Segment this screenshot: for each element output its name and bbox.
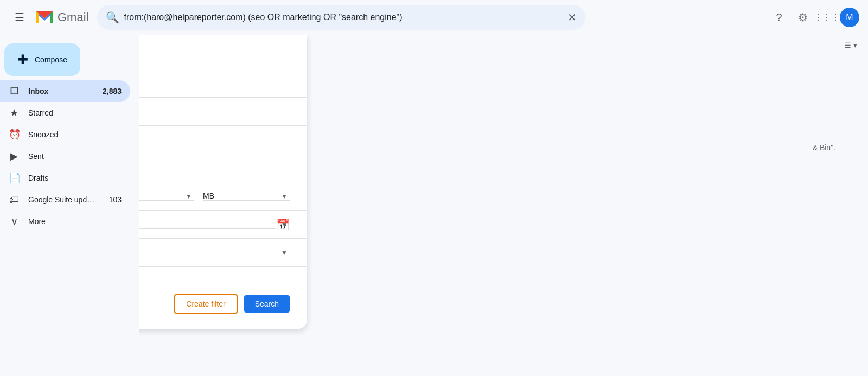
google-suite-label: Google Suite upd…: [28, 195, 100, 204]
search-button[interactable]: Search: [244, 295, 290, 313]
sidebar-item-more[interactable]: ∨ More: [0, 211, 130, 232]
google-suite-count: 103: [109, 195, 122, 204]
compose-plus-icon: ✚: [17, 52, 28, 67]
filter-row-doesnt-have: Doesn't have: [139, 154, 307, 182]
search-scope-select[interactable]: All Mail Inbox Starred Sent Drafts Spam …: [139, 248, 290, 257]
sidebar-item-sent[interactable]: ▶ Sent: [0, 145, 130, 167]
topbar-right: ? ⚙ ⋮⋮⋮ M: [768, 7, 859, 28]
avatar[interactable]: M: [840, 8, 859, 27]
drafts-label: Drafts: [28, 174, 122, 182]
date-select[interactable]: 1 day 3 days 1 week 2 weeks 1 month 2 mo…: [139, 220, 276, 229]
size-unit-select[interactable]: MB KB Bytes: [203, 192, 290, 201]
to-input[interactable]: [139, 79, 290, 88]
filter-row-subject: Subject: [139, 98, 307, 126]
sidebar-item-starred[interactable]: ★ Starred: [0, 102, 130, 124]
filter-row-checkboxes: Has attachment Don't include chats: [139, 267, 307, 290]
sidebar-item-inbox[interactable]: ☐ Inbox 2,883: [0, 80, 130, 102]
snoozed-label: Snoozed: [28, 130, 122, 139]
apps-button[interactable]: ⋮⋮⋮: [816, 7, 838, 28]
gmail-logo: [35, 8, 54, 27]
inbox-label: Inbox: [28, 87, 94, 95]
calendar-icon[interactable]: 📅: [276, 218, 290, 231]
sort-chevron-icon: ▾: [853, 41, 857, 49]
from-input[interactable]: [139, 51, 290, 60]
subject-input[interactable]: [139, 107, 290, 116]
sidebar-item-snoozed[interactable]: ⏰ Snoozed: [0, 124, 130, 145]
menu-icon[interactable]: ☰: [9, 7, 30, 28]
settings-button[interactable]: ⚙: [792, 7, 814, 28]
filter-row-to: To: [139, 69, 307, 98]
size-unit-wrapper: MB KB Bytes ▼: [203, 192, 290, 201]
snoozed-icon: ⏰: [9, 129, 20, 141]
logo: Gmail: [35, 8, 88, 27]
sort-icon: ☰: [845, 41, 851, 49]
includes-input[interactable]: [139, 136, 290, 144]
inbox-icon: ☐: [9, 85, 20, 97]
size-comparison-select[interactable]: greater than less than: [139, 192, 194, 201]
search-filter-dropdown: From To Subject Includes the words Doesn…: [139, 35, 307, 329]
date-select-wrapper: 1 day 3 days 1 week 2 weeks 1 month 2 mo…: [139, 218, 290, 231]
filter-row-includes: Includes the words: [139, 126, 307, 154]
compose-button[interactable]: ✚ Compose: [4, 43, 80, 76]
sort-label[interactable]: ☰ ▾: [845, 41, 857, 49]
compose-label: Compose: [35, 55, 67, 64]
more-label: More: [28, 217, 122, 226]
search-clear-icon[interactable]: ✕: [567, 11, 577, 24]
filter-row-from: From: [139, 41, 307, 69]
content-area: From To Subject Includes the words Doesn…: [139, 35, 868, 376]
filter-row-date: Date within 1 day 3 days 1 week 2 weeks …: [139, 211, 307, 239]
app-name: Gmail: [58, 10, 88, 24]
create-filter-button[interactable]: Create filter: [174, 294, 237, 314]
size-comparison-wrapper: greater than less than ▼: [139, 192, 194, 201]
sidebar-item-google-suite[interactable]: 🏷 Google Suite upd… 103: [0, 189, 130, 211]
inbox-count: 2,883: [103, 87, 122, 95]
main-layout: ✚ Compose ☐ Inbox 2,883 ★ Starred ⏰ Snoo…: [0, 35, 868, 376]
search-bar-container: 🔍 ✕: [97, 5, 585, 30]
starred-label: Starred: [28, 109, 122, 117]
filter-row-size: Size greater than less than ▼ MB KB Byte…: [139, 182, 307, 211]
sidebar-item-drafts[interactable]: 📄 Drafts: [0, 167, 130, 189]
topbar: ☰ Gmail 🔍 ✕ ? ⚙ ⋮⋮⋮ M: [0, 0, 868, 35]
action-row: Create filter Search: [139, 290, 307, 318]
label-icon: 🏷: [9, 194, 20, 206]
sent-label: Sent: [28, 152, 122, 161]
search-bar: 🔍 ✕: [97, 5, 585, 30]
doesnt-have-input[interactable]: [139, 164, 290, 173]
search-scope-wrapper: All Mail Inbox Starred Sent Drafts Spam …: [139, 248, 290, 257]
search-icon: 🔍: [106, 11, 119, 24]
starred-icon: ★: [9, 107, 20, 119]
bin-text: & Bin".: [813, 143, 835, 152]
search-input[interactable]: [124, 12, 563, 22]
more-icon: ∨: [9, 215, 20, 227]
sidebar: ✚ Compose ☐ Inbox 2,883 ★ Starred ⏰ Snoo…: [0, 35, 139, 376]
drafts-icon: 📄: [9, 172, 20, 184]
sent-icon: ▶: [9, 150, 20, 162]
help-button[interactable]: ?: [768, 7, 790, 28]
filter-row-search-scope: Search All Mail Inbox Starred Sent Draft…: [139, 239, 307, 267]
